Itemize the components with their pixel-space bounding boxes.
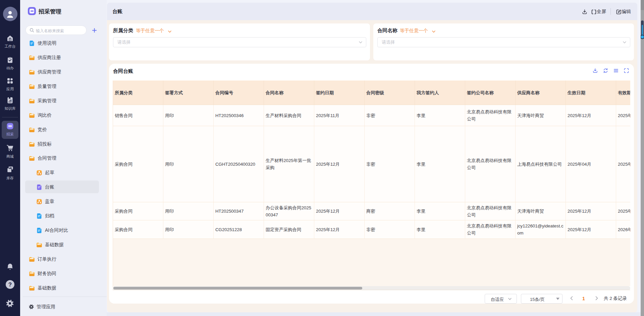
svg-text:SRM: SRM bbox=[8, 125, 12, 127]
svg-text:AI: AI bbox=[9, 99, 12, 102]
svg-text:?: ? bbox=[8, 281, 12, 288]
